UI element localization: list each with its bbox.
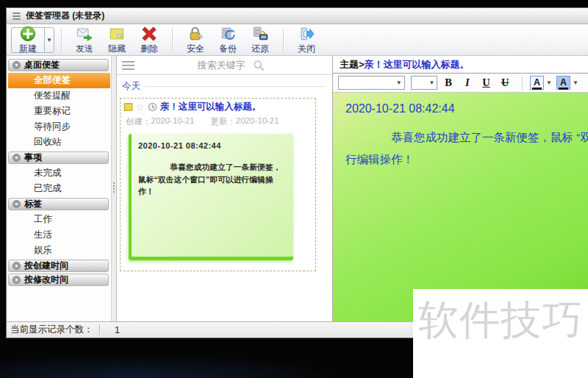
note-list-item[interactable]: ☆ 亲！这里可以输入标题。 创建： 2020-10-21 更新： 2020-10… bbox=[120, 98, 316, 271]
sidebar-item-finished[interactable]: 已完成 bbox=[7, 181, 111, 196]
backup-refresh-icon bbox=[220, 26, 236, 42]
italic-button[interactable]: I bbox=[459, 76, 476, 89]
toolbar-separator bbox=[172, 29, 173, 51]
send-envelope-icon bbox=[76, 26, 93, 42]
collapse-right-icon bbox=[12, 262, 21, 270]
note-icon bbox=[123, 102, 133, 112]
font-size-select[interactable]: ▼ bbox=[411, 76, 438, 90]
font-family-select[interactable]: ▼ bbox=[338, 76, 405, 90]
search-input[interactable]: 搜索关键字 bbox=[135, 59, 327, 72]
sidebar-group-tags[interactable]: 标签 bbox=[8, 198, 109, 210]
day-divider bbox=[146, 86, 326, 87]
sidebar-group-by-create-time[interactable]: 按创建时间 bbox=[8, 260, 109, 272]
sidebar: 桌面便签 全部便签 便签提醒 重要标记 等待同步 回收站 事项 未完成 已完成 … bbox=[7, 56, 111, 321]
exit-arrow-icon bbox=[298, 26, 315, 42]
collapse-right-icon bbox=[12, 276, 21, 284]
sidebar-item-note-reminder[interactable]: 便签提醒 bbox=[7, 88, 111, 104]
delete-x-icon bbox=[141, 26, 157, 42]
toolbar-separator bbox=[61, 29, 62, 51]
bold-button[interactable]: B bbox=[440, 76, 456, 89]
font-color-letter: A bbox=[532, 77, 542, 90]
toolbar-separator bbox=[283, 29, 284, 51]
chevron-down-icon: ▼ bbox=[396, 79, 402, 86]
search-placeholder: 搜索关键字 bbox=[198, 59, 245, 72]
underline-button[interactable]: U bbox=[478, 76, 495, 89]
main-area: 桌面便签 全部便签 便签提醒 重要标记 等待同步 回收站 事项 未完成 已完成 … bbox=[7, 56, 588, 321]
day-group-row: 今天 bbox=[117, 75, 332, 96]
new-note-button[interactable]: 新建 bbox=[12, 28, 44, 52]
updated-label: 更新： bbox=[210, 116, 236, 127]
lock-icon bbox=[187, 26, 204, 42]
window-title: 便签管理器 (未登录) bbox=[26, 10, 104, 22]
sidebar-item-recycle-bin[interactable]: 回收站 bbox=[7, 135, 111, 150]
sidebar-item-life[interactable]: 生活 bbox=[7, 227, 111, 243]
record-count-value: 1 bbox=[100, 325, 135, 335]
font-color-button[interactable]: A bbox=[530, 76, 544, 90]
delete-button[interactable]: 删除 bbox=[133, 26, 165, 54]
backup-label: 备份 bbox=[219, 43, 237, 55]
collapse-down-icon bbox=[12, 154, 21, 162]
app-icon bbox=[12, 13, 21, 20]
restore-button[interactable]: 还原 bbox=[244, 26, 276, 54]
hide-label: 隐藏 bbox=[108, 43, 126, 55]
record-count-label: 当前显示记录个数： bbox=[7, 324, 99, 336]
sidebar-item-work[interactable]: 工作 bbox=[7, 212, 111, 227]
chevron-down-icon[interactable]: ▼ bbox=[573, 79, 578, 86]
backup-button[interactable]: 备份 bbox=[212, 26, 244, 54]
collapse-down-icon bbox=[12, 61, 21, 69]
group-label: 按修改时间 bbox=[24, 274, 68, 286]
sidebar-item-unfinished[interactable]: 未完成 bbox=[7, 165, 111, 181]
send-button[interactable]: 发送 bbox=[68, 26, 101, 54]
clock-icon[interactable] bbox=[148, 102, 157, 112]
close-label: 关闭 bbox=[298, 43, 315, 55]
highlight-color-letter: A bbox=[559, 77, 568, 90]
star-icon[interactable]: ☆ bbox=[136, 102, 145, 112]
note-preview-body: 恭喜您成功建立了一条新便签，鼠标“双击这个窗口”即可以进行编辑操作！ bbox=[138, 161, 288, 198]
note-preview-time: 2020-10-21 08:42:44 bbox=[138, 141, 288, 150]
sidebar-group-desktop-notes[interactable]: 桌面便签 bbox=[8, 59, 109, 71]
restore-label: 还原 bbox=[251, 43, 269, 55]
sidebar-item-waiting-sync[interactable]: 等待同步 bbox=[7, 119, 111, 135]
note-list-panel: 搜索关键字 今天 ☆ 亲！这里可以输入标题。 创建： 2020-10-21 bbox=[117, 56, 333, 321]
watermark-text: 软件技巧 bbox=[418, 293, 588, 348]
strikethrough-button[interactable]: U bbox=[497, 76, 513, 89]
menu-icon[interactable] bbox=[122, 61, 135, 70]
note-title-row: ☆ 亲！这里可以输入标题。 bbox=[123, 101, 312, 113]
search-bar: 搜索关键字 bbox=[117, 56, 332, 75]
subject-label: 主题> bbox=[340, 58, 365, 71]
sidebar-group-todos[interactable]: 事项 bbox=[8, 151, 109, 164]
chevron-down-icon: ▼ bbox=[429, 79, 434, 86]
new-note-split-button[interactable]: 新建 ▼ bbox=[11, 27, 54, 53]
safety-button[interactable]: 安全 bbox=[179, 26, 212, 54]
search-icon bbox=[253, 60, 265, 71]
editor-panel: 主题> 亲！这里可以输入标题。 ▼ ▼ B I U U A ▼ A ▼ 2020… bbox=[333, 56, 588, 321]
restore-icon bbox=[252, 26, 268, 42]
group-label: 事项 bbox=[24, 151, 42, 164]
created-date: 2020-10-21 bbox=[151, 116, 195, 127]
note-editor-area[interactable]: 2020-10-21 08:42:44 恭喜您成功建立了一条新便签，鼠标 “双击… bbox=[333, 93, 588, 321]
group-label: 按创建时间 bbox=[24, 260, 68, 272]
sidebar-group-by-modify-time[interactable]: 按修改时间 bbox=[8, 274, 109, 286]
subject-row: 主题> 亲！这里可以输入标题。 bbox=[333, 56, 588, 74]
note-meta-row: 创建： 2020-10-21 更新： 2020-10-21 bbox=[123, 113, 312, 127]
editor-time: 2020-10-21 08:42:44 bbox=[345, 102, 588, 115]
toolbar: 新建 ▼ 发送 隐藏 删除 安全 备份 还原 bbox=[7, 24, 588, 56]
note-preview[interactable]: 2020-10-21 08:42:44 恭喜您成功建立了一条新便签，鼠标“双击这… bbox=[129, 134, 293, 260]
sidebar-item-all-notes[interactable]: 全部便签 bbox=[8, 73, 110, 88]
created-label: 创建： bbox=[126, 116, 151, 127]
new-note-dropdown-arrow[interactable]: ▼ bbox=[44, 28, 54, 52]
title-bar[interactable]: 便签管理器 (未登录) bbox=[7, 8, 588, 24]
note-title: 亲！这里可以输入标题。 bbox=[160, 101, 262, 113]
sidebar-item-important-mark[interactable]: 重要标记 bbox=[7, 104, 111, 119]
close-button[interactable]: 关闭 bbox=[290, 26, 323, 54]
highlight-color-button[interactable]: A bbox=[556, 76, 570, 90]
send-label: 发送 bbox=[76, 43, 93, 55]
sidebar-item-entertainment[interactable]: 娱乐 bbox=[7, 243, 111, 258]
panel-splitter[interactable] bbox=[111, 56, 117, 321]
hide-button[interactable]: 隐藏 bbox=[101, 26, 133, 54]
chevron-down-icon[interactable]: ▼ bbox=[546, 79, 552, 86]
delete-label: 删除 bbox=[140, 43, 158, 55]
safety-label: 安全 bbox=[187, 43, 204, 55]
format-toolbar: ▼ ▼ B I U U A ▼ A ▼ bbox=[333, 74, 588, 93]
day-label: 今天 bbox=[122, 80, 140, 93]
